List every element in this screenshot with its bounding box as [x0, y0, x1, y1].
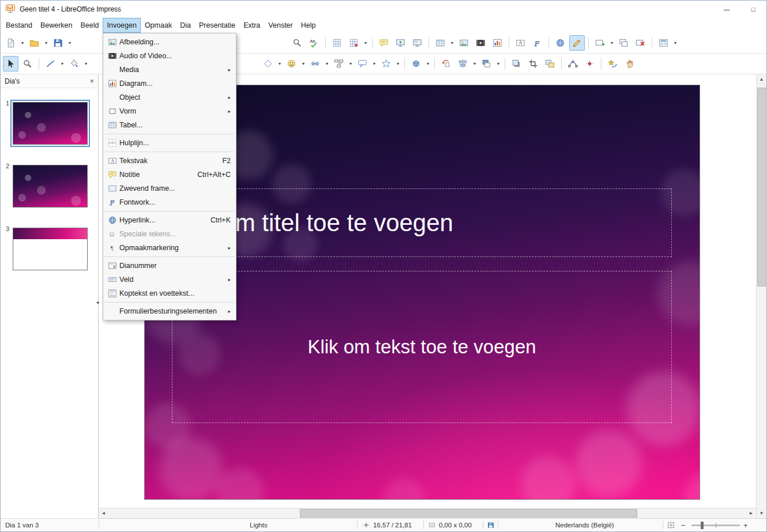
duplicate-slide-button[interactable]	[616, 35, 631, 51]
new-presentation-dropdown-arrow[interactable]: ▾	[20, 36, 25, 50]
menu-item-dianummer[interactable]: #Dianummer	[103, 259, 236, 273]
select-button[interactable]	[3, 56, 18, 71]
align-objects-dropdown-arrow[interactable]: ▾	[472, 56, 478, 71]
insert-hyperlink-button[interactable]	[552, 35, 568, 51]
zoom-slider[interactable]	[691, 525, 740, 526]
save-button[interactable]	[50, 35, 66, 51]
zoom-out-button[interactable]: −	[681, 521, 686, 530]
snap-to-grid-button[interactable]	[346, 35, 362, 51]
menu-item-diagram[interactable]: Diagram...	[103, 77, 236, 90]
menu-item-zwevend-frame[interactable]: Zwevend frame...	[103, 182, 236, 195]
fit-slide-icon[interactable]	[667, 522, 675, 529]
block-arrows-button[interactable]	[307, 56, 323, 71]
spelling-button[interactable]: Ab	[306, 35, 322, 51]
interaction-button[interactable]	[622, 56, 637, 71]
snap-to-grid-dropdown-arrow[interactable]: ▾	[363, 36, 369, 50]
image-filter-button[interactable]	[542, 56, 558, 71]
menu-item-afbeelding[interactable]: Afbeelding...	[103, 35, 236, 49]
insert-table-dropdown-arrow[interactable]: ▾	[449, 36, 455, 50]
slide-thumbnail-3[interactable]	[10, 225, 90, 273]
delete-slide-button[interactable]	[633, 35, 648, 51]
menubar-item-opmaak[interactable]: Opmaak	[141, 18, 176, 33]
start-from-first-slide-button[interactable]	[393, 35, 408, 51]
menu-item-tekstvak[interactable]: ATekstvakF2	[103, 154, 236, 168]
menu-item-vorm[interactable]: Vorm▸	[103, 104, 236, 118]
slide-layout-button[interactable]	[656, 35, 671, 51]
slide-layout-dropdown-arrow[interactable]: ▾	[672, 36, 678, 50]
display-grid-button[interactable]	[329, 35, 345, 51]
vertical-scroll-thumb[interactable]	[757, 88, 766, 286]
new-slide-dropdown-arrow[interactable]: ▾	[609, 36, 615, 50]
insert-image-button[interactable]	[456, 35, 472, 51]
minimize-button[interactable]: —	[713, 1, 740, 18]
menu-item-audio-of-video[interactable]: Audio of Video...	[103, 49, 236, 63]
insert-fontwork-button[interactable]: F	[529, 35, 545, 51]
scroll-left-arrow[interactable]: ◄	[99, 508, 108, 518]
symbol-shapes-dropdown-arrow[interactable]: ▾	[300, 56, 306, 71]
horizontal-scrollbar[interactable]: ◄ ►	[99, 508, 756, 518]
flowchart-shapes-button[interactable]	[331, 56, 347, 71]
basic-shapes-button[interactable]	[260, 56, 276, 71]
menu-item-tabel[interactable]: Tabel...	[103, 118, 236, 132]
animation-button[interactable]	[605, 56, 621, 71]
arrange-objects-button[interactable]	[479, 56, 494, 71]
slide-thumbnail-1[interactable]	[10, 100, 90, 147]
rotate-button[interactable]	[438, 56, 454, 71]
new-slide-button[interactable]	[592, 35, 608, 51]
show-draw-functions-button[interactable]	[569, 35, 585, 51]
menubar-item-presentatie[interactable]: Presentatie	[195, 18, 239, 33]
menubar-item-extra[interactable]: Extra	[239, 18, 264, 33]
insert-text-box-button[interactable]: A	[513, 35, 528, 51]
fill-color-dropdown-arrow[interactable]: ▾	[83, 56, 89, 71]
crop-image-button[interactable]	[525, 56, 541, 71]
fill-color-button[interactable]	[66, 56, 82, 71]
zoom-slider-thumb[interactable]	[701, 522, 704, 529]
scroll-right-arrow[interactable]: ►	[746, 508, 756, 518]
scroll-up-arrow[interactable]: ▲	[757, 74, 766, 84]
scroll-down-arrow[interactable]: ▼	[757, 508, 766, 518]
insert-table-button[interactable]	[433, 35, 448, 51]
save-dropdown-arrow[interactable]: ▾	[67, 36, 73, 50]
show-glue-points-button[interactable]	[582, 56, 597, 71]
flowchart-shapes-dropdown-arrow[interactable]: ▾	[348, 56, 354, 71]
menu-item-hyperlink[interactable]: Hyperlink...Ctrl+K	[103, 213, 236, 227]
find-and-replace-button[interactable]	[289, 35, 305, 51]
menubar-item-venster[interactable]: Venster	[264, 18, 296, 33]
menu-item-veld[interactable]: Veld▸	[103, 273, 236, 286]
show-comments-button[interactable]	[376, 35, 392, 51]
open-file-button[interactable]	[27, 35, 42, 51]
menubar-item-help[interactable]: Help	[297, 18, 320, 33]
edit-points-button[interactable]	[565, 56, 581, 71]
menu-item-media[interactable]: Media▸	[103, 63, 236, 77]
slide-thumbnail-2[interactable]	[10, 163, 90, 210]
star-shapes-button[interactable]	[378, 56, 394, 71]
align-objects-button[interactable]	[455, 56, 471, 71]
menubar-item-invoegen[interactable]: Invoegen	[103, 18, 140, 33]
menu-item-koptekst-en-voettekst[interactable]: Koptekst en voettekst...	[103, 286, 236, 300]
menu-item-notitie[interactable]: NotitieCtrl+Alt+C	[103, 168, 236, 182]
start-from-current-slide-button[interactable]	[409, 35, 425, 51]
panel-collapse-handle[interactable]: ◂	[95, 295, 100, 310]
block-arrows-dropdown-arrow[interactable]: ▾	[324, 56, 330, 71]
menu-item-hulplijn[interactable]: Hulplijn...	[103, 136, 236, 150]
insert-chart-button[interactable]	[490, 35, 505, 51]
insert-line-dropdown-arrow[interactable]: ▾	[59, 56, 65, 71]
callout-shapes-dropdown-arrow[interactable]: ▾	[371, 56, 377, 71]
menu-item-object[interactable]: Object▸	[103, 90, 236, 104]
star-shapes-dropdown-arrow[interactable]: ▾	[395, 56, 401, 71]
open-file-dropdown-arrow[interactable]: ▾	[43, 36, 49, 50]
maximize-button[interactable]: □	[740, 1, 766, 18]
menu-item-formulierbesturingselementen[interactable]: Formulierbesturingselementen▸	[103, 304, 236, 318]
language-status[interactable]: Nederlands (België)	[555, 522, 614, 529]
basic-shapes-dropdown-arrow[interactable]: ▾	[277, 56, 283, 71]
vertical-scrollbar[interactable]: ▲ ▼	[756, 74, 766, 518]
zoom-in-button[interactable]: +	[743, 521, 748, 530]
menu-item-fontwork[interactable]: FFontwork...	[103, 195, 236, 209]
horizontal-scroll-track[interactable]	[108, 508, 746, 518]
callout-shapes-button[interactable]	[355, 56, 370, 71]
symbol-shapes-button[interactable]	[284, 56, 299, 71]
insert-line-button[interactable]	[43, 56, 58, 71]
content-placeholder[interactable]: Klik om tekst toe te voegen	[172, 271, 672, 423]
menubar-item-dia[interactable]: Dia	[176, 18, 195, 33]
title-placeholder[interactable]: Klik om titel toe te voegen	[172, 188, 672, 257]
